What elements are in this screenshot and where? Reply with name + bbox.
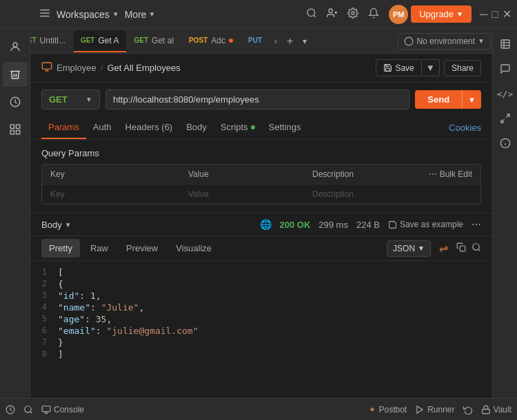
add-person-icon[interactable] [327, 8, 338, 21]
json-bracket: ] [58, 349, 63, 359]
maximize-button[interactable]: □ [491, 8, 498, 21]
rsidebar-table-icon[interactable] [496, 34, 515, 54]
response-time: 299 ms [318, 220, 348, 230]
bottom-right: ✦ Postbot Runner Vault [369, 405, 511, 414]
svg-marker-37 [417, 406, 423, 413]
tab-unsaved-dot [229, 39, 233, 43]
method-selector[interactable]: GET ▼ [41, 90, 100, 109]
tab-settings[interactable]: Settings [262, 116, 308, 139]
response-format-selector[interactable]: JSON ▼ [387, 240, 431, 257]
response-status: 200 OK [280, 220, 311, 230]
send-dropdown-button[interactable]: ▼ [462, 90, 481, 109]
postbot-button[interactable]: ✦ Postbot [369, 405, 407, 414]
tab-params[interactable]: Params [41, 116, 86, 139]
tab-next-button[interactable]: › [270, 34, 281, 49]
json-key: "id" [58, 291, 79, 301]
avatar[interactable]: PM [389, 5, 408, 24]
copy-icon[interactable] [456, 242, 466, 254]
sidebar-icon-grid[interactable] [3, 117, 28, 142]
tab-scripts[interactable]: Scripts [214, 116, 262, 139]
resp-tab-visualize[interactable]: Visualize [168, 239, 219, 258]
param-key-cell[interactable]: Key [42, 185, 180, 204]
breadcrumb: Employee / Get All Employees [41, 61, 181, 74]
tab-put[interactable]: PUT [241, 30, 269, 52]
resp-tab-raw[interactable]: Raw [83, 239, 116, 258]
line-content: [ [58, 267, 492, 277]
param-value-cell[interactable]: Value [180, 185, 304, 204]
code-line: 3 "id": 1, [30, 290, 492, 302]
svg-line-30 [478, 249, 480, 251]
code-line: 6 "email": "julie@gmail.com" [30, 325, 492, 337]
url-input[interactable] [105, 90, 409, 109]
rsidebar-info-icon[interactable] [496, 134, 515, 153]
cookies-link[interactable]: Cookies [449, 123, 481, 133]
tab-get-al[interactable]: GET Get al [128, 30, 181, 52]
send-button[interactable]: Send [415, 90, 462, 109]
search-icon[interactable] [306, 8, 317, 21]
filter-icon[interactable]: ⇌ [439, 242, 448, 255]
rsidebar-expand-icon[interactable] [496, 109, 515, 128]
resp-tab-preview[interactable]: Preview [119, 239, 165, 258]
line-number: 2 [30, 279, 58, 288]
add-tab-button[interactable]: + [283, 32, 297, 50]
rsidebar-code-icon[interactable]: </> [496, 84, 515, 103]
svg-point-22 [405, 37, 414, 45]
tab-auth[interactable]: Auth [86, 116, 119, 139]
json-bracket: { [58, 279, 63, 289]
line-content: ] [58, 349, 492, 359]
svg-point-29 [473, 244, 479, 250]
body-dropdown[interactable]: Body ▼ [41, 220, 72, 230]
close-button[interactable]: ✕ [503, 8, 511, 21]
svg-point-16 [307, 9, 315, 17]
search-response-icon[interactable] [472, 242, 481, 254]
sync-icon[interactable] [463, 405, 473, 414]
menu-button[interactable] [36, 4, 54, 25]
upgrade-chevron-icon: ▼ [456, 10, 463, 18]
json-colon: , [96, 291, 101, 301]
tab-get-a[interactable]: GET Get A [74, 30, 126, 52]
sidebar-icon-history[interactable] [3, 62, 28, 87]
json-colon: , [139, 302, 144, 313]
rsidebar-comment-icon[interactable] [496, 59, 515, 78]
response-size: 224 B [356, 220, 380, 230]
svg-point-32 [25, 406, 31, 412]
tab-headers[interactable]: Headers (6) [119, 116, 180, 139]
line-content: "email": "julie@gmail.com" [58, 326, 492, 336]
bell-icon[interactable] [368, 8, 379, 21]
svg-rect-5 [16, 131, 19, 134]
tab-method-badge: GET [134, 36, 149, 44]
console-button[interactable]: Console [41, 405, 84, 414]
minimize-button[interactable]: ─ [480, 8, 487, 21]
upgrade-button[interactable]: Upgrade ▼ [411, 6, 472, 23]
save-example-button[interactable]: Save as example [388, 220, 463, 229]
response-more-button[interactable]: ⋯ [472, 219, 481, 230]
settings-icon[interactable] [347, 8, 358, 21]
runner-button[interactable]: Runner [415, 405, 454, 414]
vault-button[interactable]: Vault [481, 405, 511, 414]
tab-body[interactable]: Body [179, 116, 214, 139]
line-number: 3 [30, 291, 58, 300]
workspaces-button[interactable]: Workspaces ▼ [57, 9, 119, 20]
svg-rect-3 [16, 125, 19, 128]
resp-tab-pretty[interactable]: Pretty [41, 239, 80, 258]
bottom-find-replace[interactable] [23, 405, 33, 414]
save-dropdown-button[interactable]: ▼ [422, 59, 440, 76]
save-button[interactable]: Save [376, 59, 421, 76]
svg-rect-38 [482, 409, 489, 413]
tab-post-adc[interactable]: POST Adc [182, 30, 240, 52]
tab-method-badge: GET [81, 36, 95, 44]
globe-icon[interactable]: 🌐 [260, 219, 272, 230]
sidebar-icon-clock[interactable] [3, 90, 28, 114]
environment-selector[interactable]: No environment ▼ [398, 33, 491, 50]
param-desc-cell[interactable]: Description [304, 185, 464, 204]
json-colon: : [85, 314, 96, 324]
bottom-bar: Console ✦ Postbot Runner Vault [0, 398, 517, 420]
more-button[interactable]: More ▼ [125, 9, 156, 20]
bottom-status-icon[interactable] [6, 405, 15, 414]
tab-more-button[interactable]: ▾ [298, 34, 311, 49]
sidebar-icon-person[interactable] [3, 34, 28, 59]
share-button[interactable]: Share [444, 60, 481, 76]
json-colon: : [79, 291, 90, 301]
bulk-edit-btn[interactable]: ⋯ Bulk Edit [420, 165, 480, 184]
tab-label: Adc [211, 36, 225, 45]
